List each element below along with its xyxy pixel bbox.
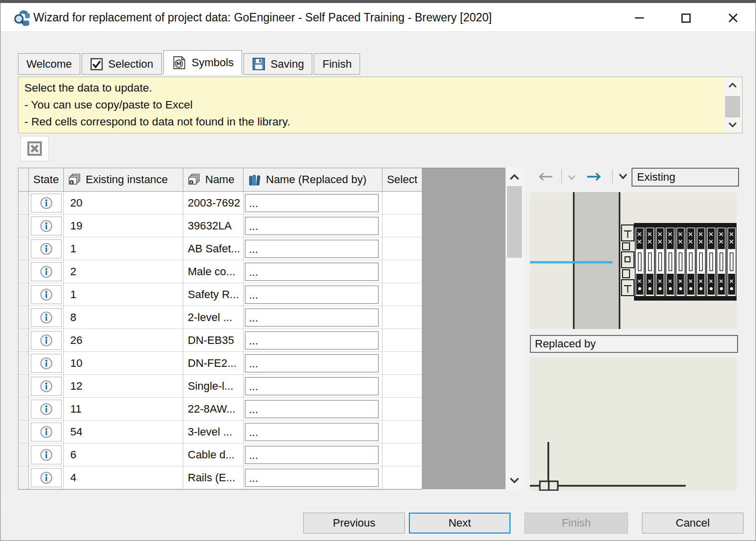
replaced-by-input[interactable]: ... [245,194,378,212]
cancel-button[interactable]: Cancel [642,513,744,534]
name-cell[interactable]: 2003-7692 [183,192,244,215]
row-header-cell[interactable] [18,352,29,375]
replaced-by-input[interactable]: ... [245,446,378,464]
maximize-button[interactable] [670,6,701,30]
row-header-cell[interactable] [18,237,29,260]
select-cell[interactable] [382,215,422,237]
existing-instance-cell[interactable]: 10 [64,352,183,375]
row-header-cell[interactable] [18,421,29,443]
state-info-button[interactable] [31,445,62,464]
select-cell[interactable] [382,398,422,421]
nav-forward-dropdown[interactable] [617,173,629,182]
state-info-button[interactable] [31,285,62,304]
state-info-button[interactable] [31,216,62,235]
scrollbar-thumb[interactable] [725,96,740,117]
state-info-button[interactable] [31,400,62,419]
select-cell[interactable] [382,192,422,215]
name-cell[interactable]: Safety R... [183,283,244,306]
select-cell[interactable] [382,443,422,466]
existing-instance-cell[interactable]: 11 [64,398,183,421]
table-scrollbar[interactable] [505,168,523,489]
replaced-by-input[interactable]: ... [245,240,378,258]
nav-back-button[interactable] [535,170,555,185]
select-cell[interactable] [382,260,422,283]
state-info-button[interactable] [31,262,62,281]
existing-instance-cell[interactable]: 1 [64,283,183,306]
scroll-down-icon[interactable] [724,117,742,132]
existing-instance-cell[interactable]: 1 [64,237,183,260]
tab-finish[interactable]: Finish [314,53,360,75]
existing-instance-cell[interactable]: 26 [64,329,183,352]
close-button[interactable] [718,6,749,30]
row-header-cell[interactable] [18,443,29,466]
name-cell[interactable]: Rails (E... [183,466,244,489]
row-header-cell[interactable] [18,260,29,283]
row-header-cell[interactable] [18,192,29,215]
name-cell[interactable]: Single-l... [183,375,244,398]
select-cell[interactable] [382,375,422,398]
infobox-scrollbar[interactable] [724,78,742,132]
name-cell[interactable]: AB Safet... [183,237,244,260]
state-info-button[interactable] [31,331,62,350]
replaced-by-input[interactable]: ... [245,423,378,441]
scrollbar-thumb[interactable] [507,186,522,258]
nav-back-dropdown[interactable] [566,174,577,182]
existing-instance-cell[interactable]: 19 [64,215,183,237]
state-info-button[interactable] [31,354,62,373]
previous-button[interactable]: Previous [303,513,405,534]
nav-forward-button[interactable] [584,170,604,185]
tab-symbols[interactable]: M Symbols [163,50,242,75]
existing-instance-cell[interactable]: 8 [64,306,183,329]
tab-saving[interactable]: Saving [244,53,312,75]
replaced-by-input[interactable]: ... [245,400,378,418]
row-header-cell[interactable] [18,375,29,398]
tab-welcome[interactable]: Welcome [18,53,80,75]
row-header-cell[interactable] [18,398,29,421]
name-cell[interactable]: 39632LA [183,215,244,237]
existing-instance-cell[interactable]: 20 [64,192,183,215]
scroll-up-icon[interactable] [724,78,742,93]
replaced-by-input[interactable]: ... [245,217,378,235]
name-cell[interactable]: 22-8AW... [183,398,244,421]
replaced-by-input[interactable]: ... [245,331,378,349]
name-cell[interactable]: DN-FE2... [183,352,244,375]
select-cell[interactable] [382,283,422,306]
minimize-button[interactable] [624,6,655,30]
replaced-by-input[interactable]: ... [245,377,378,395]
state-info-button[interactable] [31,468,62,487]
replaced-by-input[interactable]: ... [245,354,378,372]
scroll-down-icon[interactable] [505,471,523,489]
existing-instance-cell[interactable]: 54 [64,421,183,443]
next-button[interactable]: Next [409,513,510,534]
name-cell[interactable]: Male co... [183,260,244,283]
row-header-cell[interactable] [18,329,29,352]
select-cell[interactable] [382,466,422,489]
state-info-button[interactable] [31,377,62,396]
name-cell[interactable]: DN-EB35 [183,329,244,352]
existing-instance-cell[interactable]: 12 [64,375,183,398]
select-cell[interactable] [382,352,422,375]
replaced-by-input[interactable]: ... [245,469,378,487]
delete-row-button[interactable] [20,136,49,161]
state-info-button[interactable] [31,308,62,327]
existing-instance-cell[interactable]: 6 [64,443,183,466]
replaced-by-input[interactable]: ... [245,309,378,326]
replaced-by-input[interactable]: ... [245,286,378,304]
name-cell[interactable]: Cable d... [183,443,244,466]
select-cell[interactable] [382,329,422,352]
name-cell[interactable]: 3-level ... [183,421,244,443]
finish-button[interactable]: Finish [524,513,628,534]
existing-instance-cell[interactable]: 2 [64,260,183,283]
select-cell[interactable] [382,237,422,260]
existing-instance-cell[interactable]: 4 [64,466,183,489]
select-cell[interactable] [382,306,422,329]
state-info-button[interactable] [31,194,62,213]
state-info-button[interactable] [31,423,62,441]
row-header-cell[interactable] [18,306,29,329]
name-cell[interactable]: 2-level ... [183,306,244,329]
state-info-button[interactable] [31,239,62,258]
row-header-cell[interactable] [18,283,29,306]
tab-selection[interactable]: Selection [82,53,162,75]
row-header-cell[interactable] [18,215,29,237]
select-cell[interactable] [382,421,422,443]
